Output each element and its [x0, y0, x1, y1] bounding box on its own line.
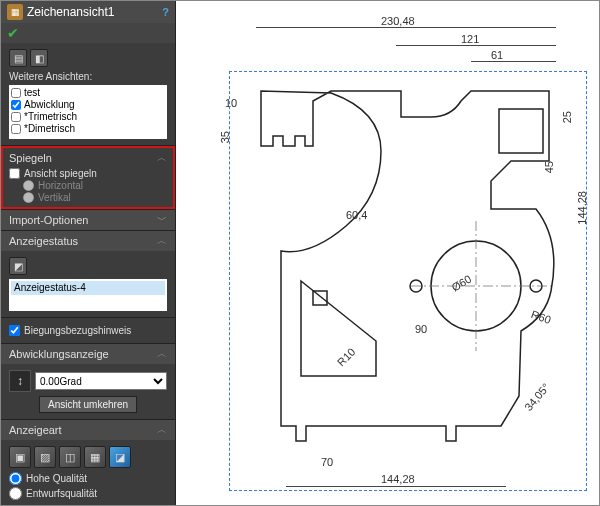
app-window: ▦ Zeichenansicht1 ? ✔ ▤ ◧ Weitere Ansich… — [0, 0, 600, 506]
mirror-highlight: Spiegeln ︿ Ansicht spiegeln Horizontal V… — [1, 146, 175, 209]
display-style-3[interactable]: ◫ — [59, 446, 81, 468]
more-views-label: Weitere Ansichten: — [9, 71, 167, 82]
confirm-icon[interactable]: ✔ — [7, 25, 19, 41]
chevron-up-icon: ︿ — [157, 423, 167, 437]
view-icon-2[interactable]: ◧ — [30, 49, 48, 67]
view-check-abwicklung[interactable] — [11, 100, 21, 110]
dim-top-3: 61 — [491, 49, 503, 61]
drawing-sheet: 230,48 121 61 10 35 25 45 144,28 60,4 Ø6… — [191, 11, 584, 495]
view-check-trimetrisch[interactable] — [11, 112, 21, 122]
drawing-canvas[interactable]: 230,48 121 61 10 35 25 45 144,28 60,4 Ø6… — [176, 1, 599, 505]
chevron-up-icon[interactable]: ︿ — [157, 151, 167, 165]
property-panel: ▦ Zeichenansicht1 ? ✔ ▤ ◧ Weitere Ansich… — [1, 1, 176, 505]
display-state-value[interactable]: Anzeigestatus-4 — [11, 281, 165, 295]
dim-top-2: 121 — [461, 33, 479, 45]
mirror-horizontal — [23, 180, 34, 191]
display-style-4[interactable]: ▦ — [84, 446, 106, 468]
panel-title: Zeichenansicht1 — [27, 5, 158, 19]
display-state-list[interactable]: Anzeigestatus-4 — [9, 279, 167, 311]
high-quality-radio[interactable] — [9, 472, 22, 485]
display-style-1[interactable]: ▣ — [9, 446, 31, 468]
flip-icon[interactable]: ↕ — [9, 370, 31, 392]
display-state-head[interactable]: Anzeigestatus ︿ — [1, 231, 175, 251]
dim-top-1: 230,48 — [381, 15, 415, 27]
view-check-test[interactable] — [11, 88, 21, 98]
panel-title-row: ▦ Zeichenansicht1 ? — [1, 1, 175, 23]
more-views-section: ▤ ◧ Weitere Ansichten: test Abwicklung *… — [1, 43, 175, 145]
part-drawing — [251, 81, 571, 481]
view-icon-1[interactable]: ▤ — [9, 49, 27, 67]
angle-select[interactable]: 0.00Grad — [35, 372, 167, 390]
display-style-5[interactable]: ◪ — [109, 446, 131, 468]
bend-note-check[interactable] — [9, 325, 20, 336]
help-icon[interactable]: ? — [162, 6, 169, 18]
svg-rect-3 — [499, 109, 543, 153]
draft-quality-radio[interactable] — [9, 487, 22, 500]
display-state-icon[interactable]: ◩ — [9, 257, 27, 275]
mirror-vertical — [23, 192, 34, 203]
mirror-title: Spiegeln — [9, 152, 52, 164]
drawing-view-icon: ▦ — [7, 4, 23, 20]
views-listbox[interactable]: test Abwicklung *Trimetrisch *Dimetrisch — [9, 85, 167, 139]
chevron-up-icon: ︿ — [157, 234, 167, 248]
confirm-row: ✔ — [1, 23, 175, 43]
reverse-view-button[interactable]: Ansicht umkehren — [39, 396, 137, 413]
display-style-2[interactable]: ▨ — [34, 446, 56, 468]
flatpattern-head[interactable]: Abwicklungsanzeige ︿ — [1, 344, 175, 364]
mirror-section: Spiegeln ︿ Ansicht spiegeln Horizontal V… — [1, 145, 175, 209]
chevron-up-icon: ︿ — [157, 347, 167, 361]
mirror-check[interactable] — [9, 168, 20, 179]
chevron-down-icon: ﹀ — [157, 213, 167, 227]
display-mode-head[interactable]: Anzeigeart ︿ — [1, 420, 175, 440]
import-options-head[interactable]: Import-Optionen ﹀ — [1, 210, 175, 230]
view-check-dimetrisch[interactable] — [11, 124, 21, 134]
